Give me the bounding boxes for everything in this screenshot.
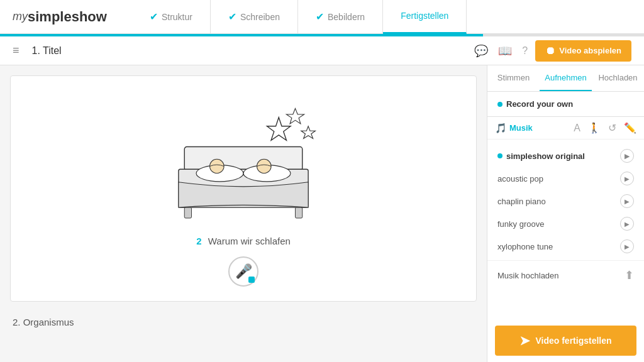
nav-step-label-fertigstellen: Fertigstellen [401, 11, 448, 21]
record-text: Record your own [506, 99, 573, 109]
slide-label: 2 Warum wir schlafen [196, 236, 291, 246]
nav-step-label-schreiben: Schreiben [240, 12, 280, 22]
svg-marker-0 [267, 118, 291, 141]
person-icon[interactable]: 🚶 [588, 122, 601, 134]
list-item[interactable]: funky groove ▶ [487, 212, 644, 235]
tab-aufnehmen[interactable]: Aufnehmen [540, 65, 592, 91]
list-item[interactable]: chaplin piano ▶ [487, 190, 644, 212]
active-dot [497, 153, 502, 158]
nav-step-fertigstellen[interactable]: Fertigstellen [383, 0, 467, 34]
music-toolbar: 🎵 Musik A 🚶 ↺ ✏️ [487, 117, 644, 140]
right-panel: Stimmen Aufnehmen Hochladen Record your … [487, 65, 644, 362]
svg-marker-2 [301, 126, 316, 139]
nav-steps: ✔ Struktur ✔ Schreiben ✔ Bebildern Ferti… [132, 0, 631, 34]
nav-step-schreiben[interactable]: ✔ Schreiben [211, 0, 298, 34]
logo: my simpleshow [13, 9, 107, 25]
finish-icon: ➤ [519, 333, 530, 348]
check-icon-schreiben: ✔ [228, 11, 236, 23]
play-button-label: Video abspielen [559, 46, 621, 55]
music-item-label: xylophone tune [497, 242, 553, 251]
list-item[interactable]: xylophone tune ▶ [487, 235, 644, 258]
play-circle-1[interactable]: ▶ [620, 172, 634, 185]
finish-button[interactable]: ➤ Video fertigstellen [495, 326, 636, 356]
book-icon[interactable]: 📖 [498, 44, 512, 58]
toolbar-title: 1. Titel [32, 45, 467, 57]
music-list: simpleshow original ▶ acoustic pop ▶ cha… [487, 140, 644, 319]
svg-rect-3 [184, 147, 303, 171]
tabs: Stimmen Aufnehmen Hochladen [487, 65, 644, 92]
help-icon[interactable]: ? [522, 45, 528, 57]
stars-group [267, 109, 316, 141]
mic-button[interactable]: 🎤 [228, 256, 258, 287]
music-item-label: acoustic pop [497, 174, 543, 184]
music-item-label: chaplin piano [497, 197, 546, 206]
rotate-icon[interactable]: ↺ [608, 122, 616, 134]
record-label: Record your own [497, 99, 634, 109]
person1 [210, 159, 225, 173]
play-circle-4[interactable]: ▶ [620, 239, 634, 253]
slide-number: 2 [196, 236, 201, 246]
upload-icon[interactable]: ⬆ [625, 268, 634, 282]
person2 [257, 159, 272, 173]
left-panel: 2 Warum wir schlafen 🎤 2. Organismus [0, 65, 487, 362]
svg-rect-7 [184, 207, 191, 218]
record-dot [497, 102, 502, 107]
logo-simpleshow: simpleshow [28, 9, 107, 25]
svg-point-10 [257, 159, 272, 173]
play-circle-0[interactable]: ▶ [620, 149, 634, 163]
slide-card: 2 Warum wir schlafen 🎤 [10, 75, 477, 302]
nav-step-struktur[interactable]: ✔ Struktur [132, 0, 211, 34]
toolbar: ≡ 1. Titel 💬 📖 ? ⏺ Video abspielen [0, 36, 644, 65]
list-item[interactable]: simpleshow original ▶ [487, 145, 644, 167]
svg-point-9 [210, 159, 225, 173]
pencil-icon[interactable]: ✏️ [624, 122, 636, 134]
main: 2 Warum wir schlafen 🎤 2. Organismus Sti… [0, 65, 644, 362]
music-tab[interactable]: 🎵 Musik [495, 123, 533, 134]
logo-my: my [13, 10, 28, 23]
progress-fill [0, 34, 483, 36]
check-icon-struktur: ✔ [150, 11, 158, 23]
progress-bar [0, 34, 644, 36]
play-circle-3[interactable]: ▶ [620, 217, 634, 231]
play-circle-2[interactable]: ▶ [620, 194, 634, 208]
music-tab-label: Musik [509, 123, 533, 133]
bed-frame [179, 147, 308, 218]
svg-rect-8 [296, 207, 303, 218]
list-item[interactable]: acoustic pop ▶ [487, 167, 644, 190]
slide-illustration [21, 86, 466, 231]
nav-step-bebildern[interactable]: ✔ Bebildern [298, 0, 383, 34]
music-item-label: simpleshow original [506, 151, 585, 161]
upload-label: Musik hochladen [497, 271, 559, 280]
font-icon[interactable]: A [574, 123, 580, 134]
divider [487, 260, 644, 261]
nav-step-label-bebildern: Bebildern [328, 12, 365, 22]
nav-step-label-struktur: Struktur [162, 12, 192, 22]
section-title: 2. Organismus [10, 312, 477, 327]
header: my simpleshow ✔ Struktur ✔ Schreiben ✔ B… [0, 0, 644, 34]
record-section: Record your own [487, 92, 644, 117]
slide-text: Warum wir schlafen [208, 236, 291, 246]
comment-icon[interactable]: 💬 [474, 44, 488, 58]
svg-marker-1 [286, 109, 304, 124]
play-icon: ⏺ [545, 45, 555, 57]
toolbar-icons: 💬 📖 ? [474, 44, 528, 58]
tab-stimmen[interactable]: Stimmen [487, 65, 540, 91]
play-button[interactable]: ⏺ Video abspielen [535, 40, 631, 62]
check-icon-bebildern: ✔ [316, 11, 324, 23]
rec-dot [248, 277, 255, 283]
music-note-icon: 🎵 [495, 123, 507, 134]
tab-hochladen[interactable]: Hochladen [592, 65, 644, 91]
hamburger-icon[interactable]: ≡ [13, 44, 19, 57]
finish-button-label: Video fertigstellen [535, 336, 611, 346]
bed-svg [149, 99, 338, 224]
upload-row: Musik hochladen ⬆ [487, 263, 644, 287]
music-item-label: funky groove [497, 219, 544, 229]
